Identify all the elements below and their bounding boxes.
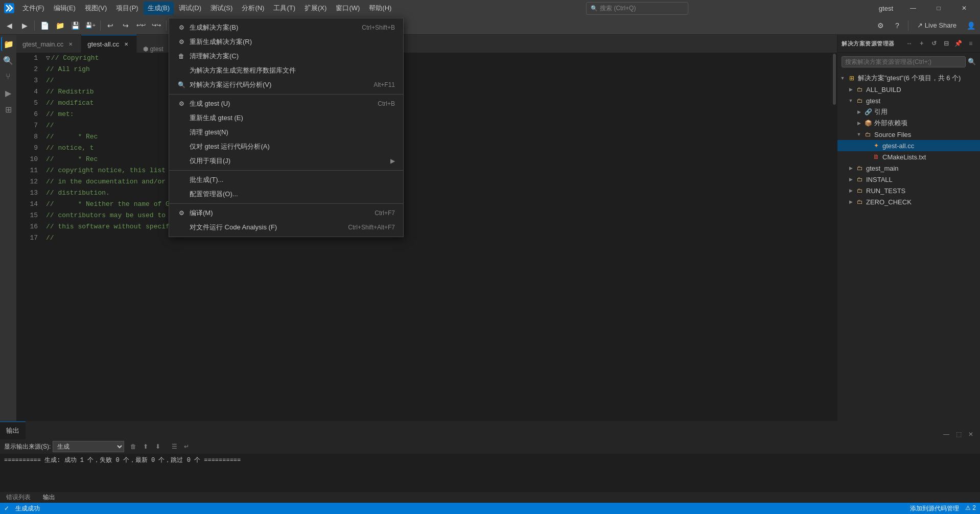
solution-search-input[interactable] — [842, 56, 966, 67]
undo-button[interactable]: ↩ — [103, 18, 118, 33]
tree-all-build[interactable]: ▶ 🗀 ALL_BUILD — [837, 84, 980, 95]
tree-gtest[interactable]: ▼ 🗀 gtest — [837, 95, 980, 106]
toolbar-user[interactable]: 👤 — [964, 18, 978, 33]
tree-run-tests[interactable]: ▶ 🗀 RUN_TESTS — [837, 185, 980, 196]
ctx-batch-build[interactable]: 批生成(T)... — [169, 173, 403, 187]
menu-window[interactable]: 窗口(W) — [332, 2, 364, 15]
redo-button[interactable]: ↪ — [119, 18, 133, 33]
menu-help[interactable]: 帮助(H) — [365, 2, 395, 15]
global-search-box[interactable]: 🔍 搜索 (Ctrl+Q) — [586, 2, 688, 15]
source-control-label[interactable]: 添加到源代码管理 — [910, 504, 959, 513]
output-close-btn[interactable]: ✕ — [966, 429, 976, 439]
output-panel-tabs: 输出 — ⬚ ✕ — [0, 422, 980, 439]
tree-external-deps[interactable]: ▶ 📦 外部依赖项 — [837, 118, 980, 129]
code-line-7: // — [46, 120, 828, 131]
tab-gtest-all[interactable]: gtest-all.cc ✕ — [81, 35, 137, 53]
minimize-button[interactable]: — — [901, 0, 925, 16]
forward-button[interactable]: ▶ — [17, 18, 32, 33]
collapse-btn-1[interactable]: ▽ — [46, 54, 50, 62]
panel-menu-btn[interactable]: ≡ — [966, 38, 976, 49]
activity-search[interactable]: 🔍 — [1, 53, 15, 67]
redo2-button[interactable]: ↪↪ — [149, 18, 164, 33]
tab-output-bottom[interactable]: 输出 — [37, 492, 61, 503]
tree-gtest-main[interactable]: ▶ 🗀 gtest_main — [837, 162, 980, 174]
menu-build[interactable]: 生成(B) — [144, 2, 174, 15]
ctx-clean-solution[interactable]: 🗑 清理解决方案(C) — [169, 49, 403, 63]
code-line-4: // Redistrib ns, with or without — [46, 86, 828, 98]
rebuild-solution-icon: ⚙ — [177, 38, 185, 46]
ctx-file-code-analysis[interactable]: 对文件运行 Code Analysis (F) Ctrl+Shift+Alt+F… — [169, 220, 403, 235]
menu-file[interactable]: 文件(F) — [18, 2, 49, 15]
activity-extensions[interactable]: ⊞ — [1, 102, 15, 116]
tree-references[interactable]: ▶ 🔗 引用 — [837, 106, 980, 118]
ctx-project-only[interactable]: 仅用于项目(J) ▶ — [169, 154, 403, 168]
output-wrap-btn[interactable]: ↵ — [181, 441, 192, 452]
tree-cmakelists[interactable]: ▶ 🗎 CMakeLists.txt — [837, 151, 980, 162]
project-only-arrow: ▶ — [390, 157, 395, 165]
sync-view-btn[interactable]: ↔ — [904, 38, 915, 49]
activity-git[interactable]: ⑂ — [1, 69, 15, 84]
code-editor[interactable]: 1 2 3 4 5 6 7 8 9 10 11 12 13 14 15 16 1… — [16, 53, 837, 421]
toolbar-help-btn[interactable]: ? — [890, 18, 904, 33]
menu-view[interactable]: 视图(V) — [81, 2, 111, 15]
collapse-all-btn[interactable]: ⊟ — [941, 38, 951, 49]
live-share-button[interactable]: ↗ Live Share — [912, 19, 962, 31]
activity-explorer[interactable]: 📁 — [1, 37, 15, 51]
ctx-build-gtest[interactable]: ⚙ 生成 gtest (U) Ctrl+B — [169, 97, 403, 111]
back-button[interactable]: ◀ — [2, 18, 16, 33]
undo2-button[interactable]: ↩↩ — [134, 18, 148, 33]
tab-close-gtest-all[interactable]: ✕ — [122, 40, 130, 48]
vertical-scrollbar[interactable] — [832, 53, 837, 421]
menu-analyze[interactable]: 分析(N) — [238, 2, 268, 15]
output-float-btn[interactable]: ⬚ — [953, 429, 964, 439]
save-button[interactable]: 💾 — [68, 18, 82, 33]
refresh-btn[interactable]: ↺ — [929, 38, 939, 49]
tree-zero-check[interactable]: ▶ 🗀 ZERO_CHECK — [837, 196, 980, 207]
ctx-gen-pdb[interactable]: 为解决方案生成完整程序数据库文件 — [169, 63, 403, 78]
menu-debug[interactable]: 调试(D) — [175, 2, 205, 15]
output-filter-btn[interactable]: ☰ — [169, 441, 179, 452]
menu-project[interactable]: 项目(P) — [112, 2, 142, 15]
output-scroll-top-btn[interactable]: ⬆ — [141, 441, 151, 452]
ctx-rebuild-solution[interactable]: ⚙ 重新生成解决方案(R) — [169, 35, 403, 49]
solution-root[interactable]: ▼ ⊞ 解决方案"gtest"(6 个项目，共 6 个) — [837, 73, 980, 84]
references-arrow: ▶ — [856, 109, 862, 115]
output-source-select[interactable]: 生成 — [53, 441, 124, 452]
close-button[interactable]: ✕ — [952, 0, 976, 16]
save-all-button[interactable]: 💾+ — [83, 18, 98, 33]
scrollbar-thumb[interactable] — [833, 54, 836, 105]
ctx-rebuild-gtest[interactable]: 重新生成 gtest (E) — [169, 111, 403, 125]
solution-search-container: 🔍 — [837, 53, 980, 71]
ctx-run-code-analysis-shortcut: Alt+F11 — [374, 81, 395, 88]
tab-close-gtest-main[interactable]: ✕ — [66, 40, 75, 48]
menu-test[interactable]: 测试(S) — [206, 2, 237, 15]
ctx-config-manager[interactable]: 配置管理器(O)... — [169, 187, 403, 201]
main-toolbar: ◀ ▶ 📄 📁 💾 💾+ ↩ ↪ ↩↩ ↪↪ ▷ ▶ Debug x64 ▾ ⚙… — [0, 16, 980, 35]
tab-error-list[interactable]: 错误列表 — [0, 492, 37, 503]
references-label: 引用 — [874, 107, 888, 116]
new-file-button[interactable]: 📄 — [37, 18, 52, 33]
maximize-button[interactable]: □ — [927, 0, 950, 16]
ctx-build-solution[interactable]: ⚙ 生成解决方案(B) Ctrl+Shift+B — [169, 20, 403, 35]
tree-source-files[interactable]: ▼ 🗀 Source Files — [837, 129, 980, 140]
pin-btn[interactable]: 📌 — [953, 38, 964, 49]
new-solution-btn[interactable]: + — [917, 38, 927, 49]
tree-gtest-all-cc[interactable]: ▶ ✦ gtest-all.cc — [837, 140, 980, 151]
output-minimize-btn[interactable]: — — [941, 429, 951, 439]
ctx-analyze-gtest[interactable]: 仅对 gtest 运行代码分析(A) — [169, 139, 403, 154]
ctx-clean-gtest[interactable]: 清理 gtest(N) — [169, 125, 403, 139]
open-folder-button[interactable]: 📁 — [53, 18, 67, 33]
tab-output[interactable]: 输出 — [0, 422, 26, 439]
cmakelists-icon: 🗎 — [872, 153, 880, 161]
menu-tools[interactable]: 工具(T) — [269, 2, 299, 15]
ctx-compile[interactable]: ⚙ 编译(M) Ctrl+F7 — [169, 206, 403, 220]
output-scroll-bottom-btn[interactable]: ⬇ — [153, 441, 163, 452]
tab-gtest-main[interactable]: gtest_main.cc ✕ — [16, 35, 81, 53]
activity-run[interactable]: ▶ — [1, 86, 15, 100]
toolbar-settings[interactable]: ⚙ — [874, 18, 888, 33]
menu-extensions[interactable]: 扩展(X) — [300, 2, 331, 15]
ctx-run-code-analysis[interactable]: 🔍 对解决方案运行代码分析(V) Alt+F11 — [169, 78, 403, 92]
menu-edit[interactable]: 编辑(E) — [50, 2, 80, 15]
output-clear-btn[interactable]: 🗑 — [128, 441, 138, 452]
tree-install[interactable]: ▶ 🗀 INSTALL — [837, 174, 980, 185]
